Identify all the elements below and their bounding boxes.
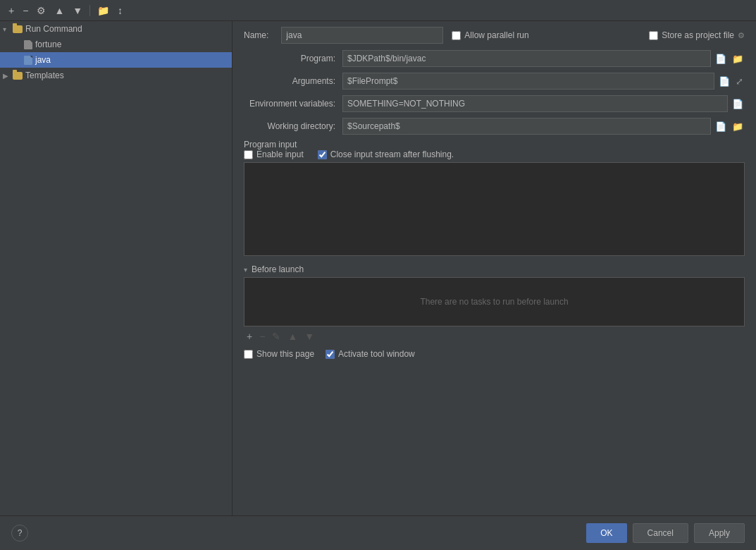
before-launch-empty-message: There are no tasks to run before launch <box>420 297 568 307</box>
collapse-arrow-run-command: ▾ <box>3 25 10 33</box>
tree-label-fortune: fortune <box>35 39 61 49</box>
before-launch-add-button[interactable]: + <box>244 329 255 343</box>
enable-input-label: Enable input <box>256 149 304 159</box>
tree-item-run-command[interactable]: ▾ Run Command <box>0 21 232 37</box>
before-launch-up-button[interactable]: ▲ <box>285 329 300 343</box>
allow-parallel-label: Allow parallel run <box>464 30 528 40</box>
program-input[interactable] <box>342 50 711 67</box>
show-page-wrap: Show this page <box>244 349 314 359</box>
name-row: Name: Allow parallel run Store as projec… <box>244 27 745 44</box>
before-launch-remove-button[interactable]: − <box>256 329 268 343</box>
env-vars-label: Environment variables: <box>244 99 342 109</box>
name-label: Name: <box>244 30 268 40</box>
activate-tool-wrap: Activate tool window <box>326 349 415 359</box>
folder-button[interactable]: 📁 <box>94 4 112 17</box>
env-vars-input-wrap: 📄 <box>342 95 745 112</box>
enable-input-wrap: Enable input <box>244 149 304 159</box>
program-row: Program: 📄 📁 <box>244 49 745 68</box>
file-icon-java <box>24 56 32 65</box>
program-browse-folder-button[interactable]: 📁 <box>731 53 745 65</box>
arguments-input[interactable] <box>342 73 714 90</box>
add-config-button[interactable]: + <box>6 4 17 17</box>
move-down-button[interactable]: ▼ <box>70 4 85 17</box>
sort-button[interactable]: ↕ <box>115 4 125 17</box>
before-launch-down-button[interactable]: ▼ <box>302 329 317 343</box>
before-launch-list: There are no tasks to run before launch <box>244 277 745 326</box>
program-input-title: Program input <box>244 140 297 149</box>
help-button[interactable]: ? <box>11 525 28 542</box>
name-input[interactable] <box>281 27 443 44</box>
main-layout: ▾ Run Command fortune java ▶ Templates N… <box>0 21 756 515</box>
program-input-section: Program input Enable input Close input s… <box>244 140 745 256</box>
arguments-input-wrap: 📄 ⤢ <box>342 73 745 90</box>
store-as-project-wrap: Store as project file ⚙ <box>649 30 745 40</box>
close-stream-wrap: Close input stream after flushing. <box>318 149 454 159</box>
apply-button[interactable]: Apply <box>694 523 745 543</box>
toolbar-separator <box>89 5 90 16</box>
toolbar: + − ⚙ ▲ ▼ 📁 ↕ <box>0 0 756 21</box>
activate-tool-checkbox[interactable] <box>326 350 335 359</box>
program-input-textarea-area[interactable] <box>244 162 745 256</box>
program-input-textarea[interactable] <box>244 163 744 253</box>
collapse-arrow-templates: ▶ <box>3 72 10 80</box>
folder-icon-run-command <box>13 25 23 33</box>
show-page-label: Show this page <box>256 349 314 359</box>
working-dir-input[interactable] <box>342 118 711 135</box>
activate-tool-label: Activate tool window <box>338 349 415 359</box>
before-launch-section: ▾ Before launch There are no tasks to ru… <box>244 264 745 359</box>
close-stream-label: Close input stream after flushing. <box>330 149 454 159</box>
settings-button[interactable]: ⚙ <box>34 4 49 17</box>
env-vars-input[interactable] <box>342 95 728 112</box>
arguments-row: Arguments: 📄 ⤢ <box>244 72 745 90</box>
before-launch-label: Before launch <box>252 264 304 274</box>
before-launch-header[interactable]: ▾ Before launch <box>244 264 745 274</box>
tree-label-java: java <box>35 55 51 65</box>
allow-parallel-wrap: Allow parallel run <box>452 30 528 40</box>
left-panel: ▾ Run Command fortune java ▶ Templates <box>0 21 233 515</box>
arguments-expand-button[interactable]: ⤢ <box>734 75 745 87</box>
working-dir-input-wrap: 📄 📁 <box>342 118 745 135</box>
bottom-checkboxes: Show this page Activate tool window <box>244 349 745 359</box>
tree-label-run-command: Run Command <box>25 24 82 34</box>
tree-item-java[interactable]: java <box>0 52 232 68</box>
cancel-button[interactable]: Cancel <box>633 523 688 543</box>
store-as-project-checkbox[interactable] <box>649 31 658 40</box>
before-launch-toolbar: + − ✎ ▲ ▼ <box>244 329 745 343</box>
enable-input-checkbox[interactable] <box>244 150 253 159</box>
program-label: Program: <box>244 54 342 63</box>
tree-item-fortune[interactable]: fortune <box>0 37 232 52</box>
program-input-wrap: 📄 📁 <box>342 50 745 67</box>
folder-icon-templates <box>13 72 23 80</box>
env-vars-row: Environment variables: 📄 <box>244 94 745 113</box>
program-browse-file-button[interactable]: 📄 <box>714 53 728 65</box>
tree-label-templates: Templates <box>25 71 64 80</box>
move-up-button[interactable]: ▲ <box>51 4 67 17</box>
working-dir-browse-button[interactable]: 📁 <box>731 121 745 133</box>
store-as-project-label: Store as project file <box>662 30 734 40</box>
file-icon-fortune <box>24 40 32 49</box>
before-launch-edit-button[interactable]: ✎ <box>269 329 283 343</box>
remove-config-button[interactable]: − <box>20 4 31 17</box>
env-vars-icon-button[interactable]: 📄 <box>731 98 745 110</box>
arguments-icon-button[interactable]: 📄 <box>717 75 731 87</box>
show-page-checkbox[interactable] <box>244 350 253 359</box>
working-dir-icon-button[interactable]: 📄 <box>714 121 728 133</box>
close-stream-checkbox[interactable] <box>318 150 327 159</box>
footer-buttons: OK Cancel Apply <box>586 523 745 543</box>
program-input-header: Enable input Close input stream after fl… <box>244 149 745 159</box>
working-dir-row: Working directory: 📄 📁 <box>244 117 745 135</box>
before-launch-collapse-arrow: ▾ <box>244 266 247 274</box>
allow-parallel-checkbox[interactable] <box>452 31 461 40</box>
ok-button[interactable]: OK <box>586 523 626 543</box>
store-settings-icon: ⚙ <box>738 31 745 40</box>
footer: ? OK Cancel Apply <box>0 515 756 550</box>
arguments-label: Arguments: <box>244 76 342 86</box>
right-panel: Name: Allow parallel run Store as projec… <box>233 21 756 515</box>
tree-item-templates[interactable]: ▶ Templates <box>0 68 232 83</box>
working-dir-label: Working directory: <box>244 121 342 131</box>
